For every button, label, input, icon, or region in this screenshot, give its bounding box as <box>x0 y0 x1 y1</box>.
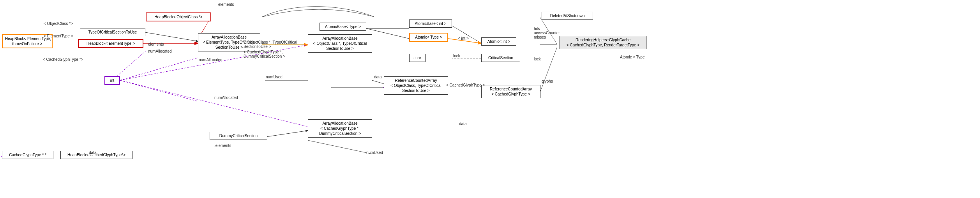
label-elements-bottom: .elements <box>214 143 231 148</box>
label-lock-1: lock <box>453 54 460 58</box>
svg-line-23 <box>372 80 384 84</box>
svg-line-25 <box>308 140 372 154</box>
node-arrayalloc-cachedglyph-dummy: ArrayAllocationBase< CachedGlyphType *,D… <box>308 119 372 138</box>
label-elements-mid: elements <box>148 42 164 46</box>
label-objectclass-ptr: < ObjectClass *> <box>44 21 73 26</box>
svg-line-24 <box>540 47 557 93</box>
label-numallocated-2: numAllocated <box>199 58 222 62</box>
node-atomic-int: Atomic< int > <box>481 37 516 46</box>
node-arrayalloc-objectclass-critical: ArrayAllocationBase< ObjectClass *, Type… <box>308 34 372 53</box>
svg-line-15 <box>120 80 198 101</box>
node-char: char <box>409 54 426 62</box>
label-lock-2: lock <box>534 57 541 61</box>
node-heapblock-cachedglyph: HeapBlock< CachedGlyphType*> <box>60 151 132 159</box>
arrows-svg <box>0 0 980 198</box>
node-typeofcriticalsection: TypeOfCriticalSectionToUse <box>80 28 145 36</box>
node-cachedglyph-ptr: CachedGlyphType * * <box>2 151 53 159</box>
svg-line-6 <box>452 26 481 43</box>
label-glyphs: glyphs <box>542 79 553 83</box>
node-rendering-glyphcache: RenderingHelpers::GlyphCache< CachedGlyp… <box>559 36 647 49</box>
label-numused-2: numUsed <box>366 150 383 155</box>
node-deletedat-shutdown: DeletedAtShutdown <box>542 12 593 20</box>
label-int: < int > <box>458 36 469 41</box>
label-hits-access-misses: hitsaccessCountermisses <box>534 27 560 39</box>
node-refcounted-criticalsection: ReferenceCountedArray< ObjectClass, Type… <box>384 76 448 95</box>
label-numallocated-3: numAllocated <box>214 95 238 100</box>
label-numallocated-1: numAllocated <box>148 49 172 53</box>
node-dummycriticalsection: DummyCriticalSection <box>210 132 267 140</box>
node-atomicbase-type: AtomicBase< Type > <box>320 23 366 31</box>
svg-line-18 <box>266 131 308 137</box>
label-numused-1: numUsed <box>266 75 283 79</box>
label-data-2: data <box>459 122 466 126</box>
label-cachedglyph-ref: < CachedGlyphType > <box>446 83 485 87</box>
svg-line-5 <box>366 28 409 39</box>
label-data-3: data <box>89 150 96 155</box>
label-data-1: data <box>374 75 381 79</box>
label-cachedglyph-dummy: < CachedGlyphType *,DummyCriticalSection… <box>244 50 285 58</box>
label-cachedglyphtype: < CachedGlyphType *> <box>43 57 83 62</box>
label-elementtype: < ElementType > <box>44 34 73 38</box>
node-criticalsection: CriticalSection <box>481 54 520 62</box>
node-refcounted-cachedglyph: ReferenceCountedArray< CachedGlyphType > <box>481 85 540 98</box>
node-heapblock-elementtype: HeapBlock< ElementType > <box>78 39 143 48</box>
node-atomic-type: Atomic< Type > <box>409 33 448 42</box>
label-objectclass-typecritical: < ObjectClass *, TypeOfCriticalSectionTo… <box>244 40 297 49</box>
svg-line-2 <box>145 32 198 41</box>
label-elements-top: elements <box>218 2 234 7</box>
node-heapblock-objectclass: HeapBlock< ObjectClass *> <box>146 12 211 21</box>
node-atomicbase-int: AtomicBase< int > <box>409 19 452 28</box>
node-int: int <box>104 76 120 85</box>
svg-line-17 <box>120 80 308 127</box>
svg-line-14 <box>120 58 198 80</box>
label-atomic-type: Atomic < Type <box>620 55 645 59</box>
diagram-container: HeapBlock< ElementType,throwOnFailure > … <box>0 0 980 198</box>
